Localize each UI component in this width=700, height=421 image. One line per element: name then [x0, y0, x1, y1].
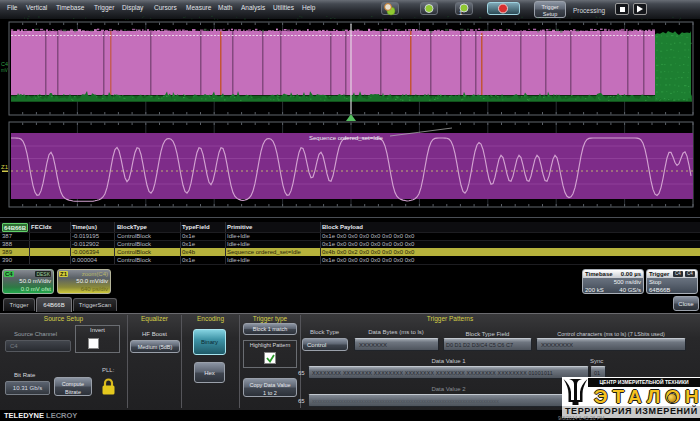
- svg-text:Sequence ordered_set=Idle: Sequence ordered_set=Idle: [309, 135, 384, 141]
- svg-text:Z1: Z1: [1, 164, 9, 170]
